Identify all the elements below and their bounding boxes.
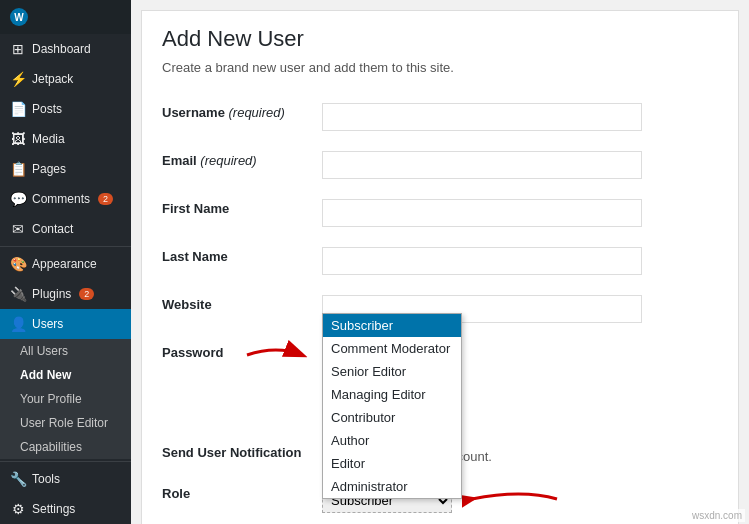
- media-icon: 🖼: [10, 131, 26, 147]
- firstname-label: First Name: [162, 189, 322, 237]
- wp-logo-icon: W: [10, 8, 28, 26]
- email-label: Email (required): [162, 141, 322, 189]
- sidebar-item-pages[interactable]: 📋 Pages: [0, 154, 131, 184]
- sidebar-item-label: Appearance: [32, 257, 97, 271]
- sidebar-item-comments[interactable]: 💬 Comments 2: [0, 184, 131, 214]
- website-label: Website: [162, 285, 322, 333]
- lastname-row: Last Name: [162, 237, 718, 285]
- dropdown-item-subscriber[interactable]: Subscriber: [323, 314, 461, 337]
- firstname-field-cell: [322, 189, 718, 237]
- username-row: Username (required): [162, 93, 718, 141]
- role-arrow-annotation: [462, 484, 562, 517]
- password-label: Password: [162, 333, 322, 433]
- sidebar-item-label: Posts: [32, 102, 62, 116]
- email-input[interactable]: [322, 151, 642, 179]
- submenu-capabilities[interactable]: Capabilities: [0, 435, 131, 459]
- sidebar-item-label: Contact: [32, 222, 73, 236]
- email-row: Email (required): [162, 141, 718, 189]
- sidebar-item-label: Tools: [32, 472, 60, 486]
- sidebar-item-label: Plugins: [32, 287, 71, 301]
- sidebar-item-appearance[interactable]: 🎨 Appearance: [0, 249, 131, 279]
- website-field-cell: Subscriber Comment Moderator Senior Edit…: [322, 285, 718, 333]
- posts-icon: 📄: [10, 101, 26, 117]
- sidebar-item-users[interactable]: 👤 Users: [0, 309, 131, 339]
- email-field-cell: [322, 141, 718, 189]
- page-subtitle: Create a brand new user and add them to …: [162, 60, 718, 75]
- users-icon: 👤: [10, 316, 26, 332]
- dropdown-list[interactable]: Subscriber Comment Moderator Senior Edit…: [322, 313, 462, 499]
- submenu-user-role-editor[interactable]: User Role Editor: [0, 411, 131, 435]
- lastname-label: Last Name: [162, 237, 322, 285]
- sidebar-item-jetpack[interactable]: ⚡ Jetpack: [0, 64, 131, 94]
- dropdown-item-senior-editor[interactable]: Senior Editor: [323, 360, 461, 383]
- sidebar-item-label: Jetpack: [32, 72, 73, 86]
- dashboard-icon: ⊞: [10, 41, 26, 57]
- watermark: wsxdn.com: [689, 509, 745, 522]
- sidebar-item-label: Settings: [32, 502, 75, 516]
- sidebar-item-label: Media: [32, 132, 65, 146]
- jetpack-icon: ⚡: [10, 71, 26, 87]
- dropdown-item-managing-editor[interactable]: Managing Editor: [323, 383, 461, 406]
- submenu-add-new[interactable]: Add New: [0, 363, 131, 387]
- dropdown-item-comment-moderator[interactable]: Comment Moderator: [323, 337, 461, 360]
- sidebar: W ⊞ Dashboard ⚡ Jetpack 📄 Posts 🖼 Media …: [0, 0, 131, 524]
- contact-icon: ✉: [10, 221, 26, 237]
- users-submenu: All Users Add New Your Profile User Role…: [0, 339, 131, 459]
- firstname-input[interactable]: [322, 199, 642, 227]
- sidebar-item-label: Dashboard: [32, 42, 91, 56]
- add-user-form: Username (required) Email (required) Fir…: [162, 93, 718, 524]
- notification-label: Send User Notification: [162, 433, 322, 474]
- role-red-arrow-svg: [462, 484, 562, 514]
- lastname-field-cell: [322, 237, 718, 285]
- settings-icon: ⚙: [10, 501, 26, 517]
- plugins-icon: 🔌: [10, 286, 26, 302]
- sidebar-item-tools[interactable]: 🔧 Tools: [0, 464, 131, 494]
- divider: [0, 246, 131, 247]
- divider2: [0, 461, 131, 462]
- sidebar-item-media[interactable]: 🖼 Media: [0, 124, 131, 154]
- sidebar-item-contact[interactable]: ✉ Contact: [0, 214, 131, 244]
- sidebar-item-dashboard[interactable]: ⊞ Dashboard: [0, 34, 131, 64]
- tools-icon: 🔧: [10, 471, 26, 487]
- username-input[interactable]: [322, 103, 642, 131]
- username-field-cell: [322, 93, 718, 141]
- sidebar-item-plugins[interactable]: 🔌 Plugins 2: [0, 279, 131, 309]
- comments-icon: 💬: [10, 191, 26, 207]
- pages-icon: 📋: [10, 161, 26, 177]
- firstname-row: First Name: [162, 189, 718, 237]
- dropdown-item-editor[interactable]: Editor: [323, 452, 461, 475]
- plugins-badge: 2: [79, 288, 94, 300]
- sidebar-item-settings[interactable]: ⚙ Settings: [0, 494, 131, 524]
- page-title: Add New User: [162, 26, 718, 52]
- sidebar-logo[interactable]: W: [0, 0, 131, 34]
- website-row: Website Subscriber Comment Moderator Sen…: [162, 285, 718, 333]
- role-label: Role: [162, 474, 322, 524]
- lastname-input[interactable]: [322, 247, 642, 275]
- content-area: Add New User Create a brand new user and…: [141, 10, 739, 524]
- main-content: Add New User Create a brand new user and…: [131, 0, 749, 524]
- dropdown-item-author[interactable]: Author: [323, 429, 461, 452]
- sidebar-item-label: Pages: [32, 162, 66, 176]
- submenu-your-profile[interactable]: Your Profile: [0, 387, 131, 411]
- appearance-icon: 🎨: [10, 256, 26, 272]
- dropdown-item-administrator[interactable]: Administrator: [323, 475, 461, 498]
- dropdown-item-contributor[interactable]: Contributor: [323, 406, 461, 429]
- sidebar-item-posts[interactable]: 📄 Posts: [0, 94, 131, 124]
- comments-badge: 2: [98, 193, 113, 205]
- sidebar-item-label: Comments: [32, 192, 90, 206]
- sidebar-item-label: Users: [32, 317, 63, 331]
- submenu-all-users[interactable]: All Users: [0, 339, 131, 363]
- username-label: Username (required): [162, 93, 322, 141]
